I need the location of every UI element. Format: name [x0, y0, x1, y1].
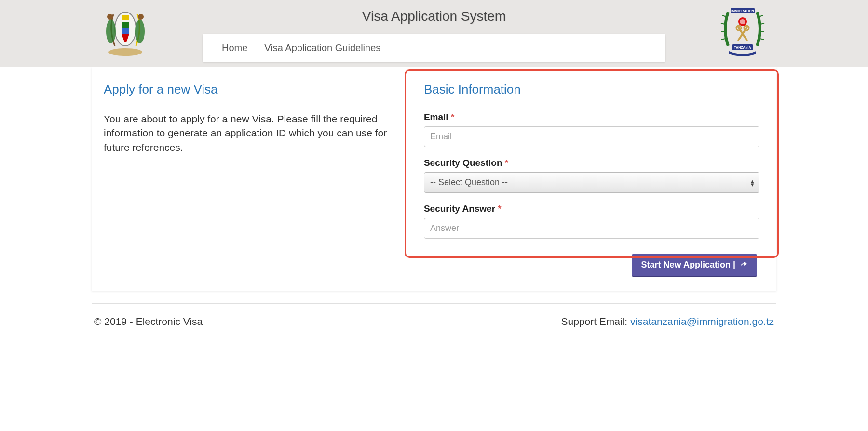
security-answer-label: Security Answer *	[424, 203, 760, 214]
svg-point-7	[107, 14, 113, 20]
svg-rect-1	[122, 15, 129, 20]
email-group: Email *	[424, 112, 760, 147]
support-email-link[interactable]: visatanzania@immigration.go.tz	[630, 316, 774, 327]
security-question-label: Security Question *	[424, 158, 760, 168]
start-new-application-button[interactable]: Start New Application |	[632, 254, 757, 277]
svg-point-6	[135, 19, 145, 43]
svg-line-13	[721, 39, 725, 40]
email-input[interactable]	[424, 126, 760, 147]
security-question-group: Security Question * -- Select Question -…	[424, 158, 760, 193]
footer-copyright: © 2019 - Electronic Visa	[94, 316, 203, 327]
main-card: Apply for a new Visa You are about to ap…	[92, 67, 776, 291]
svg-marker-3	[122, 28, 129, 34]
apply-info-panel: Apply for a new Visa You are about to ap…	[104, 82, 414, 249]
share-arrow-icon	[740, 260, 747, 269]
svg-text:TANZANIA: TANZANIA	[734, 46, 751, 49]
email-label: Email *	[424, 112, 760, 122]
svg-point-5	[106, 19, 116, 43]
coat-of-arms-logo	[101, 5, 149, 58]
select-arrows-icon: ▴▾	[751, 179, 754, 186]
footer: © 2019 - Electronic Visa Support Email: …	[92, 303, 776, 339]
security-answer-input[interactable]	[424, 218, 760, 239]
nav-guidelines[interactable]: Visa Application Guidelines	[264, 42, 380, 54]
footer-support: Support Email: visatanzania@immigration.…	[561, 316, 774, 327]
svg-line-17	[760, 39, 764, 40]
security-question-selected: -- Select Question --	[430, 177, 508, 187]
support-label: Support Email:	[561, 316, 630, 327]
immigration-logo: IMMIGRATION TANZANIA	[719, 5, 767, 58]
header-bar: Visa Application System IMMIGRATION	[0, 0, 868, 67]
basic-info-panel: Basic Information Email * Security Quest…	[424, 82, 764, 249]
start-button-label: Start New Application |	[641, 260, 735, 269]
apply-intro-text: You are about to apply for a new Visa. P…	[104, 112, 414, 154]
apply-heading: Apply for a new Visa	[104, 82, 414, 103]
button-row: Start New Application |	[104, 249, 764, 282]
app-title: Visa Application System	[101, 5, 767, 24]
svg-text:IMMIGRATION: IMMIGRATION	[731, 9, 754, 13]
security-answer-group: Security Answer *	[424, 203, 760, 239]
svg-point-9	[108, 48, 142, 56]
nav-home[interactable]: Home	[222, 42, 247, 54]
security-question-select[interactable]: -- Select Question -- ▴▾	[424, 172, 760, 193]
svg-marker-2	[122, 22, 129, 28]
svg-point-8	[138, 14, 144, 20]
basic-info-heading: Basic Information	[424, 82, 760, 103]
nav-bar: Home Visa Application Guidelines	[203, 34, 665, 62]
